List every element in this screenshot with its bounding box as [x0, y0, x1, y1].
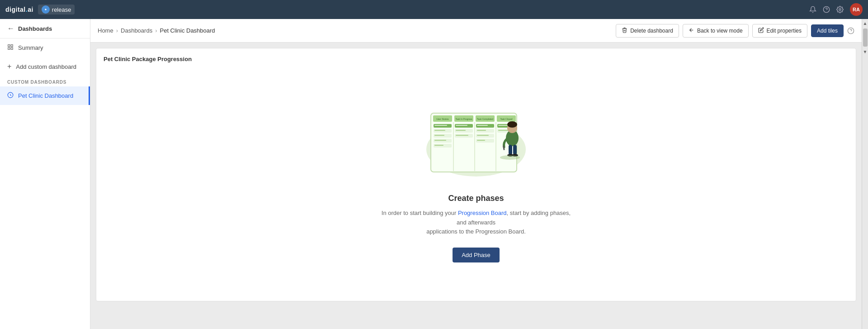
svg-rect-33 — [434, 140, 446, 141]
scrollbar-down-button[interactable]: ▼ — [862, 48, 868, 55]
navbar-right: RA — [809, 3, 863, 16]
add-tiles-button[interactable]: Add tiles — [811, 24, 844, 37]
navbar: digital.ai release — [0, 0, 868, 19]
breadcrumb-sep-1: › — [116, 27, 118, 34]
svg-rect-40 — [456, 135, 468, 136]
summary-icon — [7, 44, 14, 52]
svg-rect-6 — [11, 48, 13, 49]
dashboard-icon — [7, 92, 14, 100]
edit-properties-label: Edit properties — [767, 28, 802, 34]
svg-point-55 — [507, 121, 517, 128]
svg-point-61 — [500, 155, 520, 160]
progression-board-link[interactable]: Progression Board — [458, 210, 507, 216]
sidebar-back-button[interactable]: ← Dashboards — [0, 19, 90, 38]
custom-dashboards-section-label: CUSTOM DASHBOARDS — [0, 76, 90, 86]
svg-rect-5 — [11, 45, 13, 47]
empty-state-title: Create phases — [448, 194, 504, 203]
breadcrumb-sep-2: › — [155, 27, 157, 34]
main-content: Home › Dashboards › Pet Clinic Dashboard — [90, 19, 862, 329]
svg-rect-31 — [434, 130, 445, 131]
svg-rect-7 — [8, 48, 10, 49]
dashboard-card: Pet Clinic Package Progression User Stor… — [96, 48, 856, 301]
back-icon — [689, 27, 694, 34]
svg-rect-46 — [477, 130, 486, 131]
sidebar: ← Dashboards Summary + Add custom dashbo… — [0, 19, 90, 329]
add-custom-label: Add custom dashboard — [16, 63, 76, 70]
trash-icon — [622, 27, 627, 34]
release-badge[interactable]: release — [38, 5, 75, 14]
svg-text:Task In Progress: Task In Progress — [455, 118, 472, 120]
svg-text:Task Closed: Task Closed — [500, 118, 512, 120]
sidebar-item-pet-clinic[interactable]: Pet Clinic Dashboard — [0, 86, 90, 105]
digital-ai-logo: digital.ai — [5, 6, 33, 13]
svg-rect-45 — [477, 125, 488, 126]
empty-state-description: In order to start building your Progress… — [381, 209, 571, 237]
svg-rect-48 — [477, 140, 485, 141]
breadcrumb-home[interactable]: Home — [98, 27, 113, 34]
edit-icon — [758, 27, 764, 34]
bell-icon[interactable] — [809, 6, 816, 13]
empty-description-text2: applications to the Progression Board. — [426, 228, 526, 235]
release-product-icon — [42, 5, 50, 14]
svg-text:User Stories: User Stories — [436, 118, 449, 120]
summary-label: Summary — [18, 44, 43, 51]
settings-icon[interactable] — [836, 6, 844, 13]
dashboard-area: Pet Clinic Package Progression User Stor… — [90, 43, 862, 329]
app-body: ← Dashboards Summary + Add custom dashbo… — [0, 19, 868, 329]
scrollbar-up-button[interactable]: ▲ — [862, 20, 868, 27]
svg-text:Task Completed: Task Completed — [477, 118, 493, 120]
breadcrumb-dashboards[interactable]: Dashboards — [121, 27, 152, 34]
add-tiles-label: Add tiles — [817, 28, 838, 34]
empty-description-text1: In order to start building your Progress… — [382, 210, 571, 226]
sidebar-back-label: Dashboards — [18, 25, 52, 32]
svg-rect-4 — [8, 45, 10, 47]
delete-dashboard-label: Delete dashboard — [630, 28, 673, 34]
breadcrumb: Home › Dashboards › Pet Clinic Dashboard — [98, 27, 215, 34]
pet-clinic-label: Pet Clinic Dashboard — [18, 92, 73, 99]
svg-rect-30 — [434, 125, 447, 126]
sidebar-item-add-custom[interactable]: + Add custom dashboard — [0, 57, 90, 76]
svg-rect-58 — [513, 145, 517, 155]
svg-rect-32 — [434, 135, 444, 136]
add-phase-button[interactable]: Add Phase — [453, 248, 500, 262]
progression-board-illustration: User Stories Task In Progress Task Compl… — [413, 91, 539, 181]
svg-rect-51 — [498, 125, 508, 126]
dashboard-card-title: Pet Clinic Package Progression — [104, 56, 849, 62]
breadcrumb-current: Pet Clinic Dashboard — [160, 27, 215, 34]
svg-rect-47 — [477, 135, 489, 136]
delete-dashboard-button[interactable]: Delete dashboard — [616, 24, 679, 38]
back-to-view-mode-button[interactable]: Back to view mode — [683, 24, 749, 38]
help-circle-icon[interactable] — [847, 27, 854, 34]
top-bar: Home › Dashboards › Pet Clinic Dashboard — [90, 19, 862, 43]
sidebar-item-summary[interactable]: Summary — [0, 38, 90, 57]
scrollbar-thumb[interactable] — [863, 29, 868, 47]
svg-rect-39 — [456, 130, 466, 131]
svg-rect-34 — [434, 145, 443, 146]
empty-state: User Stories Task In Progress Task Compl… — [104, 68, 849, 285]
edit-properties-button[interactable]: Edit properties — [752, 24, 807, 38]
navbar-left: digital.ai release — [5, 5, 75, 14]
avatar[interactable]: RA — [850, 3, 863, 16]
top-bar-actions: Delete dashboard Back to view mode — [616, 24, 854, 38]
help-icon[interactable] — [823, 6, 830, 13]
right-scrollbar: ▲ ▼ — [862, 19, 868, 329]
back-arrow-icon: ← — [7, 24, 14, 33]
svg-rect-38 — [456, 125, 467, 126]
svg-point-3 — [839, 9, 841, 10]
add-icon: + — [7, 62, 11, 71]
svg-rect-57 — [509, 145, 512, 155]
release-label: release — [52, 6, 71, 13]
logo-text: digital.ai — [5, 6, 33, 13]
back-to-view-mode-label: Back to view mode — [697, 28, 743, 34]
